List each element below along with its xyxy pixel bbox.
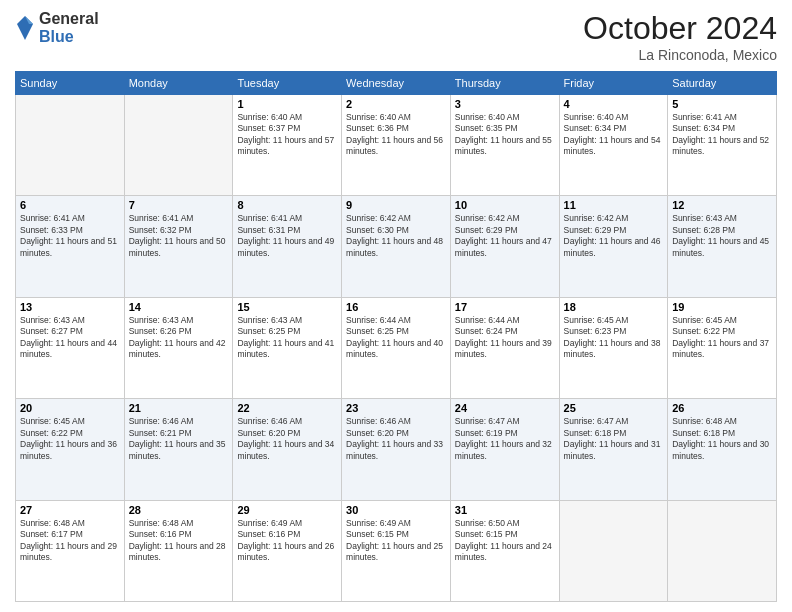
sunrise-label: Sunrise: 6:46 AM [346,416,411,426]
sunrise-label: Sunrise: 6:41 AM [129,213,194,223]
day-number: 11 [564,199,664,211]
daylight-label: Daylight: 11 hours and 46 minutes. [564,236,661,257]
daylight-label: Daylight: 11 hours and 30 minutes. [672,439,769,460]
table-row: 29 Sunrise: 6:49 AM Sunset: 6:16 PM Dayl… [233,500,342,601]
daylight-label: Daylight: 11 hours and 52 minutes. [672,135,769,156]
day-info: Sunrise: 6:47 AM Sunset: 6:18 PM Dayligh… [564,416,664,462]
calendar-row: 1 Sunrise: 6:40 AM Sunset: 6:37 PM Dayli… [16,95,777,196]
day-number: 22 [237,402,337,414]
sunrise-label: Sunrise: 6:47 AM [564,416,629,426]
day-info: Sunrise: 6:41 AM Sunset: 6:33 PM Dayligh… [20,213,120,259]
day-info: Sunrise: 6:41 AM Sunset: 6:31 PM Dayligh… [237,213,337,259]
title-block: October 2024 La Rinconoda, Mexico [583,10,777,63]
sunset-label: Sunset: 6:32 PM [129,225,192,235]
col-friday: Friday [559,72,668,95]
day-number: 24 [455,402,555,414]
col-wednesday: Wednesday [342,72,451,95]
day-info: Sunrise: 6:49 AM Sunset: 6:15 PM Dayligh… [346,518,446,564]
daylight-label: Daylight: 11 hours and 32 minutes. [455,439,552,460]
table-row: 2 Sunrise: 6:40 AM Sunset: 6:36 PM Dayli… [342,95,451,196]
sunrise-label: Sunrise: 6:42 AM [455,213,520,223]
day-number: 18 [564,301,664,313]
sunset-label: Sunset: 6:22 PM [672,326,735,336]
day-number: 23 [346,402,446,414]
sunrise-label: Sunrise: 6:45 AM [20,416,85,426]
table-row: 28 Sunrise: 6:48 AM Sunset: 6:16 PM Dayl… [124,500,233,601]
sunset-label: Sunset: 6:29 PM [455,225,518,235]
day-number: 4 [564,98,664,110]
table-row: 19 Sunrise: 6:45 AM Sunset: 6:22 PM Dayl… [668,297,777,398]
sunrise-label: Sunrise: 6:41 AM [237,213,302,223]
daylight-label: Daylight: 11 hours and 28 minutes. [129,541,226,562]
day-info: Sunrise: 6:40 AM Sunset: 6:36 PM Dayligh… [346,112,446,158]
daylight-label: Daylight: 11 hours and 47 minutes. [455,236,552,257]
calendar-row: 20 Sunrise: 6:45 AM Sunset: 6:22 PM Dayl… [16,399,777,500]
sunset-label: Sunset: 6:24 PM [455,326,518,336]
sunset-label: Sunset: 6:21 PM [129,428,192,438]
sunset-label: Sunset: 6:22 PM [20,428,83,438]
daylight-label: Daylight: 11 hours and 24 minutes. [455,541,552,562]
daylight-label: Daylight: 11 hours and 54 minutes. [564,135,661,156]
daylight-label: Daylight: 11 hours and 41 minutes. [237,338,334,359]
daylight-label: Daylight: 11 hours and 56 minutes. [346,135,443,156]
table-row: 14 Sunrise: 6:43 AM Sunset: 6:26 PM Dayl… [124,297,233,398]
day-number: 2 [346,98,446,110]
sunrise-label: Sunrise: 6:40 AM [237,112,302,122]
sunset-label: Sunset: 6:19 PM [455,428,518,438]
sunset-label: Sunset: 6:30 PM [346,225,409,235]
sunrise-label: Sunrise: 6:40 AM [346,112,411,122]
day-info: Sunrise: 6:50 AM Sunset: 6:15 PM Dayligh… [455,518,555,564]
table-row: 9 Sunrise: 6:42 AM Sunset: 6:30 PM Dayli… [342,196,451,297]
col-saturday: Saturday [668,72,777,95]
table-row: 20 Sunrise: 6:45 AM Sunset: 6:22 PM Dayl… [16,399,125,500]
day-number: 8 [237,199,337,211]
table-row: 24 Sunrise: 6:47 AM Sunset: 6:19 PM Dayl… [450,399,559,500]
day-number: 7 [129,199,229,211]
daylight-label: Daylight: 11 hours and 44 minutes. [20,338,117,359]
day-info: Sunrise: 6:41 AM Sunset: 6:32 PM Dayligh… [129,213,229,259]
day-info: Sunrise: 6:46 AM Sunset: 6:20 PM Dayligh… [346,416,446,462]
daylight-label: Daylight: 11 hours and 50 minutes. [129,236,226,257]
sunset-label: Sunset: 6:35 PM [455,123,518,133]
sunrise-label: Sunrise: 6:43 AM [129,315,194,325]
day-info: Sunrise: 6:40 AM Sunset: 6:37 PM Dayligh… [237,112,337,158]
table-row: 13 Sunrise: 6:43 AM Sunset: 6:27 PM Dayl… [16,297,125,398]
logo-general: General [39,10,99,28]
daylight-label: Daylight: 11 hours and 35 minutes. [129,439,226,460]
day-info: Sunrise: 6:45 AM Sunset: 6:22 PM Dayligh… [672,315,772,361]
table-row: 21 Sunrise: 6:46 AM Sunset: 6:21 PM Dayl… [124,399,233,500]
table-row [668,500,777,601]
day-number: 19 [672,301,772,313]
day-info: Sunrise: 6:42 AM Sunset: 6:29 PM Dayligh… [564,213,664,259]
daylight-label: Daylight: 11 hours and 34 minutes. [237,439,334,460]
sunset-label: Sunset: 6:28 PM [672,225,735,235]
col-monday: Monday [124,72,233,95]
sunset-label: Sunset: 6:27 PM [20,326,83,336]
sunrise-label: Sunrise: 6:43 AM [237,315,302,325]
table-row: 4 Sunrise: 6:40 AM Sunset: 6:34 PM Dayli… [559,95,668,196]
col-tuesday: Tuesday [233,72,342,95]
daylight-label: Daylight: 11 hours and 25 minutes. [346,541,443,562]
sunset-label: Sunset: 6:16 PM [129,529,192,539]
table-row [124,95,233,196]
day-info: Sunrise: 6:48 AM Sunset: 6:17 PM Dayligh… [20,518,120,564]
day-number: 26 [672,402,772,414]
sunrise-label: Sunrise: 6:50 AM [455,518,520,528]
sunrise-label: Sunrise: 6:41 AM [672,112,737,122]
table-row: 3 Sunrise: 6:40 AM Sunset: 6:35 PM Dayli… [450,95,559,196]
sunrise-label: Sunrise: 6:43 AM [672,213,737,223]
day-number: 5 [672,98,772,110]
day-info: Sunrise: 6:47 AM Sunset: 6:19 PM Dayligh… [455,416,555,462]
day-info: Sunrise: 6:43 AM Sunset: 6:26 PM Dayligh… [129,315,229,361]
sunrise-label: Sunrise: 6:40 AM [455,112,520,122]
sunset-label: Sunset: 6:34 PM [564,123,627,133]
sunset-label: Sunset: 6:20 PM [237,428,300,438]
day-info: Sunrise: 6:45 AM Sunset: 6:23 PM Dayligh… [564,315,664,361]
sunrise-label: Sunrise: 6:48 AM [129,518,194,528]
table-row: 10 Sunrise: 6:42 AM Sunset: 6:29 PM Dayl… [450,196,559,297]
table-row: 15 Sunrise: 6:43 AM Sunset: 6:25 PM Dayl… [233,297,342,398]
logo-icon [15,14,35,42]
table-row: 26 Sunrise: 6:48 AM Sunset: 6:18 PM Dayl… [668,399,777,500]
day-number: 29 [237,504,337,516]
sunset-label: Sunset: 6:31 PM [237,225,300,235]
